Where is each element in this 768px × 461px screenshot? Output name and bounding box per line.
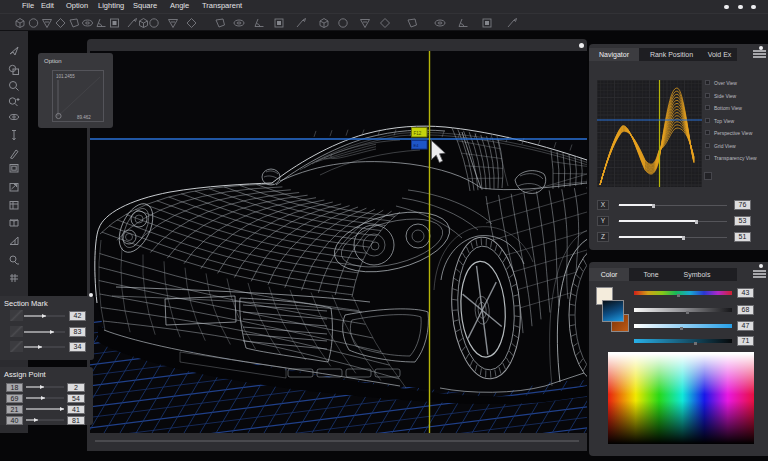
svg-text:F12: F12 (414, 131, 422, 136)
svg-text:101.2455: 101.2455 (56, 74, 75, 79)
svg-text:E4: E4 (414, 143, 420, 148)
svg-text:89.462: 89.462 (77, 115, 91, 120)
